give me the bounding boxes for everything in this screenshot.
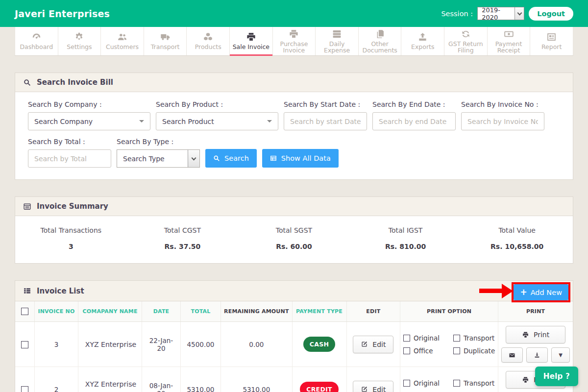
stat-total-igst: Total IGST Rs. 810.00 <box>350 226 462 250</box>
nav-item-label: Sale Invoice <box>233 44 270 50</box>
gear-icon <box>74 32 84 42</box>
end-date-input[interactable] <box>372 112 456 130</box>
print-option-original[interactable]: Original <box>403 334 440 342</box>
list-alt-icon <box>23 202 31 211</box>
search-invoice-no-field: Search By Invoice No : <box>461 100 544 130</box>
nav-item-dashboard[interactable]: Dashboard <box>15 27 58 55</box>
invoice-no-cell: 3 <box>34 322 78 367</box>
stat-label: Total CGST <box>127 226 239 234</box>
date-cell: 08-Jan-20 <box>142 367 181 392</box>
company-name: XYZ Enterprise <box>85 341 139 348</box>
col-payment-type[interactable]: PAYMENT TYPE <box>292 301 346 322</box>
total-input[interactable] <box>28 149 111 168</box>
print-button[interactable]: Print <box>506 326 565 343</box>
office-checkbox[interactable] <box>403 347 410 354</box>
plus-icon: + <box>520 288 527 296</box>
search-company-select-value: Search Company <box>34 118 93 125</box>
nav-item-exports[interactable]: Exports <box>401 27 444 55</box>
table-icon <box>270 155 277 162</box>
duplicate-checkbox[interactable] <box>453 347 460 354</box>
search-type-field: Search By Type : Search Type <box>117 138 200 168</box>
nav-item-payment-receipt[interactable]: Payment Receipt <box>488 27 531 55</box>
search-company-field: Search By Company : Search Company <box>28 100 150 130</box>
print-option-cell: Original Transport Office Duplicate <box>400 367 498 392</box>
edit-pencil-icon <box>361 341 368 348</box>
search-invoice-panel: Search Invoice Bill Search By Company : … <box>15 73 573 180</box>
print-option-office[interactable]: Office <box>403 347 440 355</box>
stat-value: 3 <box>15 243 127 250</box>
print-option-original[interactable]: Original <box>403 379 440 387</box>
stat-value: Rs. 37.50 <box>127 243 239 250</box>
col-company-name[interactable]: COMAPANY NAME <box>78 301 142 322</box>
session-select-value: 2019-2020 <box>478 6 514 21</box>
show-all-data-button[interactable]: Show All Data <box>262 149 339 168</box>
nav-item-report[interactable]: Report <box>530 27 573 55</box>
search-invoice-no-label: Search By Invoice No : <box>461 100 544 108</box>
row-checkbox[interactable] <box>21 341 28 348</box>
payment-type-cell: CREDIT <box>292 367 346 392</box>
nav-item-label: Payment Receipt <box>488 41 530 54</box>
search-type-select-value: Search Type <box>117 155 165 163</box>
search-icon <box>23 78 31 87</box>
chevron-down-icon <box>188 150 199 167</box>
col-edit: EDIT <box>346 301 400 322</box>
transport-checkbox[interactable] <box>453 380 460 387</box>
search-product-select[interactable]: Search Product <box>156 112 278 130</box>
nav-item-gst-return-filing[interactable]: GST Return Filing <box>444 27 488 55</box>
select-all-checkbox[interactable] <box>21 308 28 315</box>
nav-item-products[interactable]: Products <box>187 27 230 55</box>
payment-type-badge: CREDIT <box>300 382 339 392</box>
edit-button[interactable]: Edit <box>353 336 393 353</box>
nav-item-daily-expense[interactable]: Daily Expense <box>316 27 359 55</box>
row-checkbox[interactable] <box>21 386 28 392</box>
transport-checkbox[interactable] <box>453 335 460 342</box>
print-option-duplicate[interactable]: Duplicate <box>453 347 495 355</box>
start-date-input[interactable] <box>284 112 367 130</box>
company-cell: XYZ Enterprise Remarks : 1234 <box>78 367 142 392</box>
nav-item-sale-invoice[interactable]: Sale Invoice <box>230 27 273 55</box>
download-button[interactable] <box>526 347 548 363</box>
nav-item-other-documents[interactable]: Other Documents <box>359 27 402 55</box>
email-button[interactable] <box>501 347 523 363</box>
print-option-label: Transport <box>464 334 494 342</box>
original-checkbox[interactable] <box>403 335 410 342</box>
col-date[interactable]: DATE <box>142 301 181 322</box>
nav-item-customers[interactable]: Customers <box>101 27 144 55</box>
add-new-button[interactable]: + Add New <box>514 284 568 300</box>
more-print-options-button[interactable]: ▼ <box>551 347 570 363</box>
nav-item-label: Purchase Invoice <box>273 41 316 54</box>
nav-item-purchase-invoice[interactable]: Purchase Invoice <box>273 27 316 55</box>
search-button-label: Search <box>224 154 249 162</box>
print-option-transport[interactable]: Transport <box>453 334 495 342</box>
col-print-option: PRINT OPTION <box>400 301 498 322</box>
payment-type-badge: CASH <box>303 337 336 352</box>
search-type-select[interactable]: Search Type <box>117 149 200 168</box>
chevron-down-icon <box>139 120 144 122</box>
nav-item-transport[interactable]: Transport <box>144 27 187 55</box>
search-type-label: Search By Type : <box>117 138 200 146</box>
nav-item-settings[interactable]: Settings <box>58 27 101 55</box>
search-start-date-field: Search By Start Date : <box>284 100 367 130</box>
search-button[interactable]: Search <box>205 149 257 168</box>
original-checkbox[interactable] <box>403 380 410 387</box>
print-cell: Print ▼ <box>498 322 573 367</box>
edit-cell: Edit <box>346 322 400 367</box>
search-panel-title: Search Invoice Bill <box>37 78 113 87</box>
session-select[interactable]: 2019-2020 <box>477 7 524 20</box>
select-all-header <box>15 301 34 322</box>
search-product-field: Search By Product : Search Product <box>156 100 278 130</box>
col-remaining-amount: REMAINING AMOUNT <box>221 301 292 322</box>
edit-button-label: Edit <box>372 341 386 348</box>
logout-button[interactable]: Logout <box>529 7 573 21</box>
edit-button[interactable]: Edit <box>353 381 393 392</box>
brand-title: Javeri Enterprises <box>15 8 110 19</box>
print-option-label: Duplicate <box>464 347 495 355</box>
print-option-transport[interactable]: Transport <box>453 379 495 387</box>
search-company-select[interactable]: Search Company <box>28 112 150 130</box>
col-total[interactable]: TOTAL <box>180 301 220 322</box>
help-button[interactable]: Help ? <box>535 367 578 386</box>
invoice-no-input[interactable] <box>461 112 544 130</box>
nav-item-label: Transport <box>151 44 180 50</box>
col-invoice-no[interactable]: INVOICE NO <box>34 301 78 322</box>
truck-icon <box>160 32 171 42</box>
